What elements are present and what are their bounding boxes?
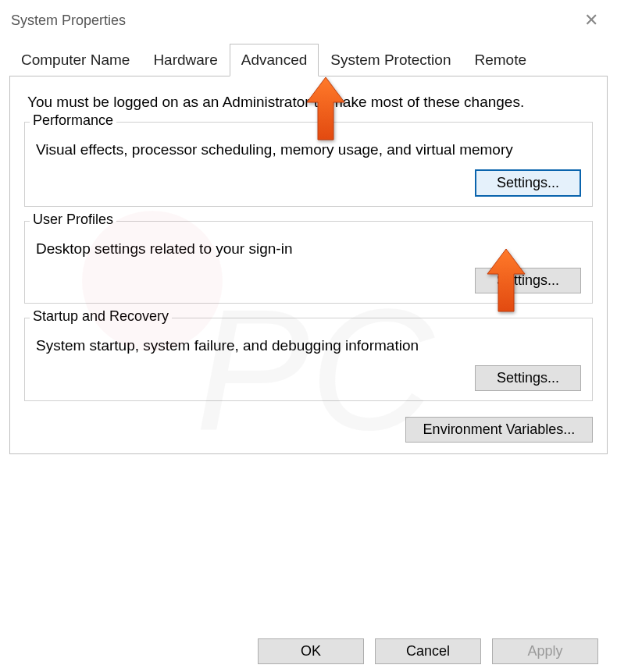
group-performance: Performance Visual effects, processor sc… (24, 122, 593, 207)
group-startup-recovery: Startup and Recovery System startup, sys… (24, 318, 593, 401)
group-startup-legend: Startup and Recovery (30, 308, 172, 325)
group-performance-desc: Visual effects, processor scheduling, me… (36, 137, 581, 160)
tab-remote[interactable]: Remote (462, 44, 538, 76)
env-variables-row: Environment Variables... (24, 417, 593, 443)
group-user-profiles-desc: Desktop settings related to your sign-in (36, 236, 581, 259)
titlebar: System Properties ✕ (0, 0, 617, 37)
group-user-profiles-button-row: Settings... (36, 268, 581, 293)
group-startup-desc: System startup, system failure, and debu… (36, 332, 581, 356)
user-profiles-settings-button[interactable]: Settings... (475, 268, 581, 293)
group-performance-button-row: Settings... (36, 169, 581, 197)
tab-content: You must be logged on as an Administrato… (9, 76, 608, 454)
window-title: System Properties (11, 12, 126, 29)
performance-settings-button[interactable]: Settings... (475, 169, 581, 197)
tab-row: Computer Name Hardware Advanced System P… (0, 37, 617, 76)
environment-variables-button[interactable]: Environment Variables... (405, 417, 593, 443)
tab-hardware[interactable]: Hardware (141, 44, 229, 76)
dialog-button-bar: OK Cancel Apply (258, 638, 598, 664)
cancel-button[interactable]: Cancel (375, 638, 481, 664)
group-user-profiles-legend: User Profiles (30, 212, 116, 228)
ok-button[interactable]: OK (258, 638, 364, 664)
group-performance-legend: Performance (30, 112, 116, 129)
close-icon[interactable]: ✕ (576, 7, 606, 34)
tab-computer-name[interactable]: Computer Name (9, 44, 141, 76)
startup-settings-button[interactable]: Settings... (475, 365, 581, 391)
group-user-profiles: User Profiles Desktop settings related t… (24, 221, 593, 304)
tab-advanced[interactable]: Advanced (230, 44, 319, 76)
group-startup-button-row: Settings... (36, 365, 581, 391)
tab-system-protection[interactable]: System Protection (319, 44, 462, 76)
apply-button[interactable]: Apply (492, 638, 598, 664)
